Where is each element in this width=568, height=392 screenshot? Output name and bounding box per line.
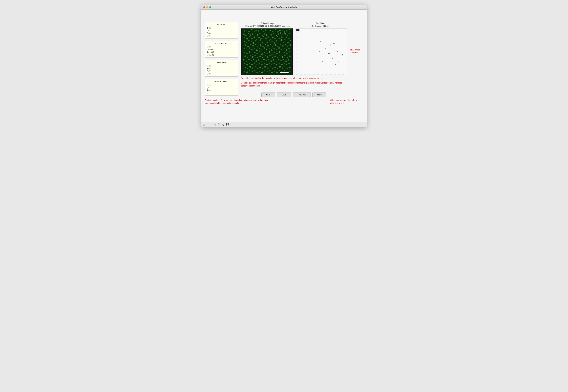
svg-point-128: [261, 53, 263, 55]
svg-point-112: [269, 48, 270, 49]
block-size-title: Block Size: [207, 62, 236, 64]
svg-point-212: [279, 66, 281, 68]
minimum-area-option-0[interactable]: 0: [207, 46, 236, 48]
svg-point-43: [246, 38, 248, 40]
svg-point-133: [274, 52, 275, 53]
settings-icon[interactable]: ⚙: [222, 123, 224, 126]
svg-point-4: [251, 29, 252, 30]
minimum-area-title: Minimum Area: [207, 42, 236, 45]
close-button[interactable]: [203, 6, 205, 8]
svg-point-41: [289, 33, 290, 34]
svg-point-243: [322, 61, 323, 62]
svg-point-44: [249, 36, 250, 37]
previous-button[interactable]: Previous: [293, 92, 311, 97]
back-icon[interactable]: ←: [206, 123, 209, 126]
radio-circle[interactable]: [207, 73, 208, 75]
save-icon[interactable]: 💾: [226, 123, 229, 126]
svg-point-142: [250, 55, 251, 56]
radio-circle[interactable]: [207, 49, 208, 50]
svg-point-148: [264, 55, 265, 56]
svg-point-124: [252, 54, 253, 55]
radio-circle[interactable]: [207, 70, 208, 72]
mask-fill-option-4[interactable]: 4: [207, 32, 236, 34]
svg-point-138: [286, 53, 288, 54]
mask-iterations-option-1[interactable]: 1: [207, 84, 236, 86]
radio-circle[interactable]: [207, 35, 208, 37]
svg-point-22: [245, 35, 247, 36]
mask-fill-option-5[interactable]: 5: [207, 35, 236, 37]
svg-point-157: [287, 57, 288, 58]
block-size-annotation: Controls size of neighborhood in which t…: [241, 81, 347, 87]
svg-point-239: [320, 41, 321, 42]
svg-point-200: [249, 66, 251, 68]
minimum-area-option-1000[interactable]: 1000: [207, 51, 236, 54]
radio-circle[interactable]: [207, 68, 208, 70]
svg-point-70: [262, 42, 263, 43]
radio-circle[interactable]: [207, 27, 208, 29]
svg-point-126: [256, 53, 258, 54]
home-icon[interactable]: ⌂: [203, 123, 205, 126]
forward-icon[interactable]: →: [210, 123, 213, 126]
mask-fill-option-3[interactable]: 3: [207, 29, 236, 32]
svg-point-144: [254, 55, 256, 56]
svg-point-217: [244, 71, 245, 72]
svg-point-72: [266, 42, 268, 43]
mask-iterations-option-4[interactable]: 4: [207, 92, 236, 94]
svg-point-93: [270, 44, 271, 45]
save-button[interactable]: Save: [277, 92, 291, 97]
svg-point-171: [273, 59, 274, 60]
maximize-button[interactable]: [209, 6, 211, 8]
block-size-option-5[interactable]: 5: [207, 68, 236, 70]
radio-circle[interactable]: [207, 84, 208, 86]
block-size-option-7[interactable]: 7: [207, 70, 236, 72]
block-size-option-3[interactable]: 3: [207, 65, 236, 67]
svg-point-120: [288, 48, 290, 49]
svg-point-182: [251, 64, 253, 65]
svg-point-244: [335, 64, 336, 65]
svg-point-137: [284, 52, 285, 53]
zoom-icon[interactable]: 🔍: [218, 123, 221, 126]
svg-point-139: [289, 51, 290, 52]
radio-circle[interactable]: [207, 32, 208, 34]
svg-point-170: [270, 60, 272, 62]
svg-point-2: [246, 30, 247, 31]
svg-point-33: [271, 34, 272, 36]
block-size-option-9[interactable]: 9: [207, 73, 236, 75]
svg-point-49: [261, 38, 262, 39]
mask-fill-option-2[interactable]: 2: [207, 27, 236, 29]
svg-point-32: [269, 33, 270, 34]
radio-circle[interactable]: [207, 51, 208, 53]
radio-circle[interactable]: [207, 54, 208, 56]
svg-point-229: [274, 71, 275, 72]
radio-circle[interactable]: [207, 87, 208, 88]
quit-button[interactable]: Quit: [262, 92, 275, 97]
svg-point-48: [258, 37, 260, 38]
radio-circle[interactable]: [207, 65, 208, 67]
svg-point-181: [249, 63, 250, 64]
radio-circle[interactable]: [207, 30, 208, 31]
svg-point-131: [269, 51, 270, 53]
svg-point-8: [261, 29, 262, 30]
right-side: LIVE image comparison: [350, 22, 363, 97]
svg-point-122: [246, 53, 248, 55]
svg-point-129: [264, 52, 265, 53]
radio-circle[interactable]: [207, 46, 208, 48]
radio-circle[interactable]: [207, 92, 208, 94]
mask-iterations-option-3[interactable]: 3: [207, 89, 236, 91]
svg-point-202: [255, 66, 256, 67]
svg-point-119: [286, 49, 287, 51]
minimum-area-option-500[interactable]: 500: [207, 48, 236, 51]
svg-point-153: [277, 57, 278, 58]
mask-iterations-option-2[interactable]: 2: [207, 86, 236, 89]
svg-point-176: [285, 60, 287, 62]
svg-point-19: [286, 30, 288, 32]
svg-point-64: [248, 40, 249, 41]
move-icon[interactable]: ✛: [214, 123, 216, 126]
svg-point-247: [324, 55, 324, 55]
cell-image-svg: [241, 28, 293, 75]
svg-point-67: [255, 40, 256, 42]
next-button[interactable]: Next: [312, 92, 326, 97]
minimum-area-option-1500[interactable]: 1500: [207, 54, 236, 56]
radio-circle[interactable]: [207, 89, 208, 91]
minimize-button[interactable]: [206, 6, 208, 8]
